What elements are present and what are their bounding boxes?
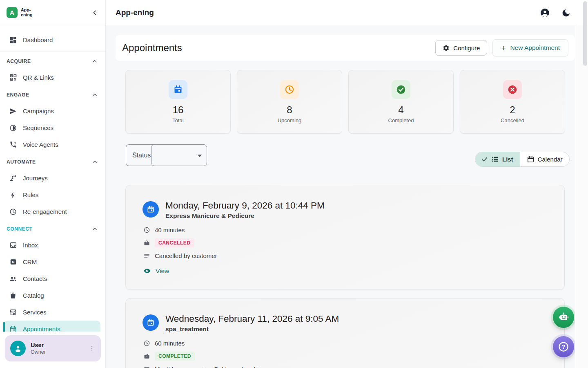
check-icon (481, 156, 488, 163)
question-mark-icon: ? (557, 341, 570, 353)
lightning-icon (9, 191, 17, 199)
sidebar-item-re-engagement[interactable]: Re-engagement (0, 203, 105, 220)
sidebar-footer: User Owner (0, 332, 105, 368)
chevron-up-icon (91, 58, 98, 65)
user-card[interactable]: User Owner (5, 335, 101, 361)
help-fab[interactable]: ? (553, 336, 574, 357)
sidebar-item-journeys[interactable]: Journeys (0, 170, 105, 186)
topbar: App-ening (106, 0, 588, 25)
appointment-card: Monday, February 9, 2026 at 10:44 PM Exp… (125, 185, 565, 290)
stat-card-total: 16 Total (125, 70, 231, 134)
sidebar: A App- ening Dashboard ACQUIRE (0, 0, 106, 368)
clock-icon (143, 340, 150, 347)
user-avatar (10, 341, 26, 356)
crm-icon: M (9, 258, 17, 266)
new-appointment-button[interactable]: + New Appointment (492, 39, 568, 56)
appointment-header: Monday, February 9, 2026 at 10:44 PM Exp… (143, 200, 548, 220)
appointment-note: Monthly spa session. Gold membership (155, 366, 262, 368)
account-button[interactable] (539, 7, 550, 18)
sidebar-item-campaigns[interactable]: Campaigns (0, 103, 105, 119)
list-view-button[interactable]: List (475, 152, 520, 166)
page-title: Appointments (122, 42, 182, 54)
notes-icon (143, 366, 150, 368)
appointment-titles: Monday, February 9, 2026 at 10:44 PM Exp… (165, 200, 325, 220)
scroll-gutter (576, 25, 588, 368)
topbar-title: App-ening (116, 8, 154, 17)
divider (0, 52, 105, 52)
appointment-card: Wednesday, February 11, 2026 at 9:05 AM … (125, 298, 565, 368)
svg-text:M: M (12, 261, 14, 264)
sidebar-item-dashboard[interactable]: Dashboard (0, 31, 105, 48)
calendar-event-icon (143, 314, 159, 331)
appointment-datetime: Monday, February 9, 2026 at 10:44 PM (165, 200, 325, 211)
briefcase-icon (143, 353, 150, 360)
sidebar-item-rules[interactable]: Rules (0, 186, 105, 203)
chevron-up-icon (91, 226, 98, 232)
appointment-service: Express Manicure & Pedicure (165, 212, 325, 220)
qr-code-icon (9, 74, 17, 82)
gear-icon (443, 45, 450, 52)
status-badge: CANCELLED (155, 238, 194, 247)
app-logo: A (7, 7, 18, 18)
dashboard-icon (9, 36, 17, 44)
section-automate[interactable]: AUTOMATE (0, 154, 105, 170)
chatbot-fab[interactable] (553, 307, 574, 328)
sidebar-item-crm[interactable]: M CRM (0, 254, 105, 270)
appointment-duration: 60 minutes (155, 340, 185, 347)
page-header-actions: Configure + New Appointment (435, 39, 568, 56)
clock-icon (143, 227, 150, 233)
sidebar-collapse-button[interactable] (89, 7, 100, 18)
sidebar-item-contacts[interactable]: Contacts (0, 270, 105, 287)
sidebar-nav: Dashboard ACQUIRE QR & Links ENGAGE C (0, 25, 105, 337)
stat-card-cancelled: 2 Cancelled (460, 70, 565, 134)
appointment-duration-row: 60 minutes (143, 340, 548, 347)
caret-down-icon (198, 155, 202, 157)
appointment-note-row: Cancelled by customer (143, 252, 548, 259)
status-badge: COMPLETED (155, 352, 195, 361)
status-filter-select[interactable]: Status (126, 144, 207, 166)
stat-value: 16 (173, 104, 184, 116)
shopping-bag-icon (9, 292, 17, 300)
inbox-icon (9, 241, 17, 249)
stat-value: 4 (398, 104, 403, 116)
briefcase-icon (143, 240, 150, 247)
account-circle-icon (540, 8, 550, 18)
send-icon (9, 107, 17, 115)
appointment-duration: 40 minutes (155, 227, 185, 233)
notes-icon (143, 252, 150, 259)
appointment-note: Cancelled by customer (155, 252, 217, 259)
view-appointment-link[interactable]: View (143, 267, 548, 275)
user-menu-button[interactable] (86, 343, 98, 354)
appointment-titles: Wednesday, February 11, 2026 at 9:05 AM … (165, 313, 339, 333)
stat-label: Upcoming (278, 117, 302, 123)
section-connect[interactable]: CONNECT (0, 221, 105, 237)
sidebar-item-inbox[interactable]: Inbox (0, 237, 105, 254)
sidebar-item-qr-links[interactable]: QR & Links (0, 69, 105, 86)
sidebar-header: A App- ening (0, 0, 105, 25)
appointment-service: spa_treatment (165, 325, 339, 333)
clock-icon (9, 208, 17, 216)
dark-mode-toggle[interactable] (560, 7, 572, 18)
appointment-header: Wednesday, February 11, 2026 at 9:05 AM … (143, 313, 548, 333)
appointment-duration-row: 40 minutes (143, 227, 548, 233)
half-circle-icon (9, 124, 17, 132)
x-circle-icon (503, 80, 522, 99)
stat-label: Cancelled (501, 117, 524, 123)
calendar-event-icon (143, 201, 159, 218)
status-filter-label: Status (132, 152, 151, 159)
scrollbar-thumb[interactable] (583, 1, 587, 66)
storefront-icon (9, 308, 17, 316)
section-engage[interactable]: ENGAGE (0, 87, 105, 103)
check-circle-icon (392, 80, 410, 99)
app-logo-text: App- ening (21, 8, 33, 17)
svg-text:?: ? (562, 343, 566, 350)
people-icon (9, 275, 17, 283)
sidebar-item-sequences[interactable]: Sequences (0, 119, 105, 136)
configure-button[interactable]: Configure (435, 40, 487, 56)
sidebar-item-voice-agents[interactable]: Voice Agents (0, 136, 105, 153)
user-name: User (31, 342, 46, 348)
sidebar-item-services[interactable]: Services (0, 304, 105, 321)
section-acquire[interactable]: ACQUIRE (0, 54, 105, 69)
calendar-view-button[interactable]: Calendar (520, 152, 569, 166)
sidebar-item-catalog[interactable]: Catalog (0, 287, 105, 304)
